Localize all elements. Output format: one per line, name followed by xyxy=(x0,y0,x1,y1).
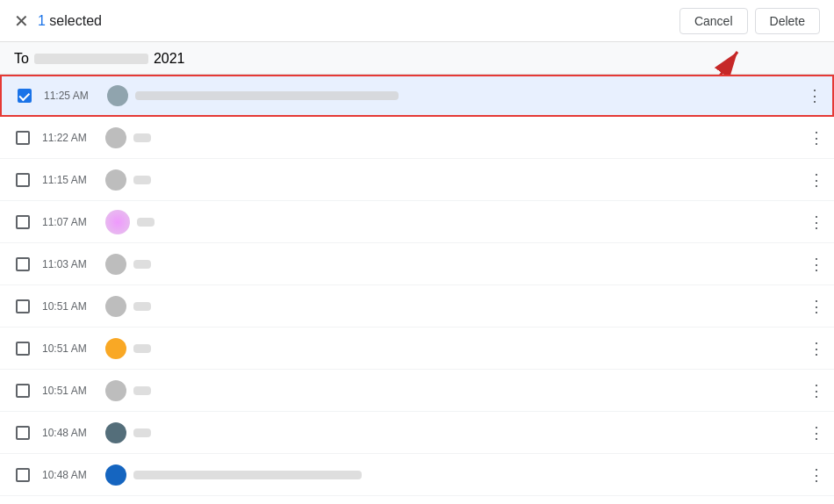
checkbox-wrap xyxy=(7,384,39,398)
more-options-icon[interactable]: ⋮ xyxy=(806,297,827,316)
avatar xyxy=(105,127,126,148)
message-row[interactable]: 10:51 AM⋮ xyxy=(0,285,834,328)
message-time: 11:07 AM xyxy=(39,216,102,228)
message-time: 11:22 AM xyxy=(39,132,102,144)
toolbar: ✕ 1 selected Cancel Delete xyxy=(0,0,834,42)
message-text-blur xyxy=(133,302,151,311)
message-checkbox[interactable] xyxy=(18,89,32,103)
date-year: 2021 xyxy=(154,51,185,67)
message-time: 11:15 AM xyxy=(39,174,102,186)
message-time: 10:48 AM xyxy=(39,469,102,481)
message-row[interactable]: 11:25 AM⋮ xyxy=(0,75,834,117)
more-options-icon[interactable]: ⋮ xyxy=(806,381,827,400)
avatar xyxy=(105,296,126,317)
message-row[interactable]: 11:15 AM⋮ xyxy=(0,159,834,201)
more-options-icon[interactable]: ⋮ xyxy=(806,255,827,274)
message-text-blur xyxy=(133,471,362,479)
message-text-blur xyxy=(135,91,399,100)
message-row[interactable]: 11:03 AM⋮ xyxy=(0,243,834,285)
message-content xyxy=(102,169,806,191)
more-options-icon[interactable]: ⋮ xyxy=(806,128,827,148)
message-time: 10:51 AM xyxy=(39,385,102,397)
message-content xyxy=(102,422,806,443)
toolbar-left: ✕ 1 selected xyxy=(14,12,102,30)
message-checkbox[interactable] xyxy=(16,257,30,271)
message-content xyxy=(102,254,806,275)
message-checkbox[interactable] xyxy=(16,342,30,356)
message-content xyxy=(102,380,806,401)
message-content xyxy=(102,210,806,234)
more-options-icon[interactable]: ⋮ xyxy=(806,423,827,443)
message-checkbox[interactable] xyxy=(16,131,30,145)
message-text-blur xyxy=(133,344,151,353)
message-content xyxy=(102,338,806,359)
message-checkbox[interactable] xyxy=(16,215,30,229)
message-content xyxy=(102,464,806,486)
more-options-icon[interactable]: ⋮ xyxy=(806,465,827,485)
message-text-blur xyxy=(133,386,151,395)
count-number: 1 xyxy=(38,13,46,28)
message-row[interactable]: 11:07 AM⋮ xyxy=(0,201,834,243)
message-text-blur xyxy=(137,218,155,227)
more-options-icon[interactable]: ⋮ xyxy=(804,86,825,105)
avatar xyxy=(105,254,126,275)
avatar xyxy=(105,422,126,443)
checkbox-wrap xyxy=(7,299,39,313)
message-time: 11:25 AM xyxy=(40,90,104,102)
message-checkbox[interactable] xyxy=(16,384,30,398)
message-text-blur xyxy=(133,428,151,437)
cancel-button[interactable]: Cancel xyxy=(679,8,748,34)
more-options-icon[interactable]: ⋮ xyxy=(806,339,827,358)
checkbox-wrap xyxy=(7,468,39,482)
checkbox-wrap xyxy=(7,426,39,440)
message-row[interactable]: 10:48 AM⋮ xyxy=(0,412,834,454)
message-text-blur xyxy=(133,133,151,142)
message-row[interactable]: 10:51 AM⋮ xyxy=(0,370,834,412)
message-checkbox[interactable] xyxy=(16,299,30,313)
checkbox-wrap xyxy=(7,131,39,145)
checkbox-wrap xyxy=(7,257,39,271)
message-content xyxy=(102,296,806,317)
message-time: 10:48 AM xyxy=(39,427,102,439)
message-time: 11:03 AM xyxy=(39,258,102,270)
blurred-recipient xyxy=(34,54,148,64)
message-content xyxy=(104,85,804,106)
checkbox-wrap xyxy=(7,215,39,229)
message-checkbox[interactable] xyxy=(16,173,30,187)
message-list: 11:25 AM⋮11:22 AM⋮11:15 AM⋮11:07 AM⋮11:0… xyxy=(0,75,834,501)
delete-button[interactable]: Delete xyxy=(755,8,820,34)
checkbox-wrap xyxy=(7,342,39,356)
avatar xyxy=(105,169,126,191)
message-time: 10:51 AM xyxy=(39,342,102,355)
avatar xyxy=(105,210,130,234)
avatar xyxy=(105,380,126,401)
checkbox-wrap xyxy=(9,89,40,103)
message-content xyxy=(102,127,806,148)
message-checkbox[interactable] xyxy=(16,468,30,482)
message-row[interactable]: 10:51 AM⋮ xyxy=(0,328,834,370)
message-text-blur xyxy=(133,260,151,269)
selected-word: selected xyxy=(49,13,102,28)
message-row[interactable]: 10:48 AM⋮ xyxy=(0,454,834,496)
checkbox-wrap xyxy=(7,173,39,187)
date-prefix: To xyxy=(14,51,29,67)
avatar xyxy=(105,338,126,359)
date-header: To 2021 xyxy=(0,42,834,75)
message-checkbox[interactable] xyxy=(16,426,30,440)
more-options-icon[interactable]: ⋮ xyxy=(806,212,827,232)
avatar xyxy=(107,85,128,106)
more-options-icon[interactable]: ⋮ xyxy=(806,170,827,190)
message-row[interactable]: 11:22 AM⋮ xyxy=(0,117,834,159)
avatar xyxy=(105,464,126,486)
close-icon[interactable]: ✕ xyxy=(14,12,29,30)
message-text-blur xyxy=(133,176,151,184)
message-time: 10:51 AM xyxy=(39,300,102,313)
selected-count-label: 1 selected xyxy=(38,13,102,29)
toolbar-right: Cancel Delete xyxy=(679,8,820,34)
